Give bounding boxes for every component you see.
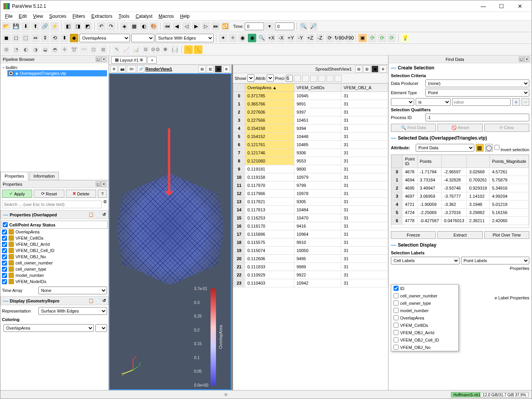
table-row[interactable]: 246953.49947-3.937460.9293185.34916 <box>392 184 529 192</box>
time-index-input[interactable] <box>275 22 294 30</box>
dropdown-checkbox[interactable] <box>394 315 399 320</box>
table-row[interactable]: 20.227606939731 <box>233 108 388 116</box>
table-row[interactable]: 70.121746930631 <box>233 149 388 157</box>
sel-pts-icon[interactable]: ✦ <box>219 34 227 42</box>
criteria-field-select[interactable] <box>391 98 414 106</box>
dropdown-checkbox[interactable] <box>394 323 399 328</box>
status-stop-icon[interactable]: ⊗ <box>224 392 228 397</box>
table-row[interactable]: 190.1150741005031 <box>233 247 388 255</box>
braces-icon[interactable]: {..} <box>171 45 179 54</box>
split-h-icon[interactable]: ▤ <box>199 66 206 73</box>
array-row[interactable]: cell_owner_type <box>1 266 108 272</box>
tab-information[interactable]: Information <box>29 172 59 180</box>
table-row[interactable]: 80.121060955331 <box>233 157 388 165</box>
visibility-icon[interactable] <box>8 71 14 76</box>
dropdown-item[interactable]: OverlapArea <box>391 314 458 321</box>
hist-icon[interactable]: 📊 <box>132 45 140 54</box>
close-view-icon[interactable]: ⊗ <box>380 66 387 73</box>
cell-labels-select[interactable]: Cell Labels <box>391 257 459 264</box>
glyph2-icon[interactable]: ✢ <box>60 45 69 54</box>
restore-icon[interactable]: ↺ <box>102 212 106 217</box>
save-state-icon[interactable]: ⬇ <box>21 22 30 31</box>
array-row[interactable]: VFEM_NodeIDs <box>1 278 108 285</box>
table-row[interactable]: 160.116170941631 <box>233 222 388 230</box>
array-row[interactable]: VFEM_OBJ_No <box>1 254 108 260</box>
invert-selection-checkbox[interactable] <box>494 143 499 151</box>
maximize-button[interactable]: ☐ <box>493 1 510 12</box>
arrays-all-checkbox[interactable] <box>3 222 8 227</box>
table-row[interactable]: 60.1217611048531 <box>233 141 388 149</box>
attribute-select[interactable] <box>267 74 274 82</box>
prev-frame-icon[interactable]: ◀ <box>173 22 181 31</box>
table-row[interactable]: 30.2275661045131 <box>233 116 388 124</box>
warp-icon[interactable]: 〰 <box>79 45 88 54</box>
representation-select[interactable]: Surface With Edges <box>155 34 214 42</box>
color-legend[interactable] <box>211 288 216 385</box>
rep-edges-icon[interactable]: ⬚ <box>21 34 30 42</box>
filter1-icon[interactable]: ◈ <box>120 22 129 31</box>
advanced-toggle-icon[interactable]: ⚙ <box>103 199 107 209</box>
collapse-icon[interactable]: — <box>3 298 8 304</box>
representation-field[interactable]: Surface With Edges <box>38 307 107 315</box>
next-frame-icon[interactable]: ▷ <box>202 22 210 31</box>
first-frame-icon[interactable]: ⏮ <box>163 22 171 31</box>
glyph-icon[interactable]: ◩ <box>83 22 92 31</box>
probe-icon[interactable]: ✎ <box>112 45 121 54</box>
criteria-op-select[interactable]: is <box>416 98 451 106</box>
table-row[interactable]: 140.1178131048431 <box>233 206 388 214</box>
point-labels-select[interactable]: Point Labels <box>461 257 530 264</box>
col-header[interactable]: Points_Magnitude <box>489 155 529 168</box>
load-state-icon[interactable]: ⬆ <box>31 22 40 31</box>
coloring-field[interactable]: OverlapArea <box>3 324 94 332</box>
dropdown-item[interactable]: model_number <box>391 307 458 314</box>
table-row[interactable]: 130.117821930531 <box>233 198 388 206</box>
max-view-icon[interactable]: ◼ <box>371 66 378 73</box>
close-view-icon[interactable]: ⊗ <box>223 66 230 73</box>
col-header[interactable]: Point ID <box>402 155 417 168</box>
save-icon[interactable]: 💾 <box>12 22 20 31</box>
render-view-canvas[interactable]: 3.7e-010.30.250.20.150.10.050.0e+00 Over… <box>109 73 231 390</box>
dropdown-checkbox[interactable] <box>394 330 399 335</box>
rotn90-icon[interactable]: ↺90 <box>345 34 353 42</box>
table-row[interactable]: 200.112606949531 <box>233 255 388 263</box>
refresh2-icon[interactable]: ⟳ <box>378 34 386 42</box>
array-checkbox[interactable] <box>2 254 7 259</box>
tab-properties[interactable]: Properties <box>0 172 28 180</box>
rep-solid-icon[interactable]: ◼ <box>2 34 10 42</box>
table-row[interactable]: 210.111833998931 <box>233 263 388 271</box>
array-checkbox[interactable] <box>2 267 7 272</box>
link-icon[interactable]: 🔗 <box>137 66 144 73</box>
help-button[interactable]: ? <box>98 190 107 198</box>
dropdown-item[interactable]: VFEM_OBJ_ArrId <box>391 329 458 336</box>
array-row[interactable]: VFEM_OBJ_ArrId <box>1 241 108 247</box>
dock-icon[interactable]: ◱ <box>96 57 101 62</box>
menu-sources[interactable]: Sources <box>46 13 69 20</box>
close-panel-icon[interactable]: ✕ <box>101 181 106 187</box>
col-header[interactable]: VFEM_CellIDs <box>294 84 341 92</box>
dropdown-checkbox[interactable] <box>394 286 399 291</box>
max-view-icon[interactable]: ◼ <box>215 66 222 73</box>
menu-macros[interactable]: Macros <box>155 13 177 20</box>
slice-icon[interactable]: ◑ <box>31 45 40 54</box>
col-header[interactable] <box>442 155 467 168</box>
refresh3-icon[interactable]: ⟳ <box>387 34 396 42</box>
table-row[interactable]: 50.1541521044831 <box>233 133 388 141</box>
time-array-select[interactable]: None <box>38 287 107 294</box>
axis-pz-icon[interactable]: +Z <box>306 34 314 42</box>
showing-select[interactable] <box>247 74 254 82</box>
plot-icon[interactable]: 📈 <box>122 45 131 54</box>
table-row[interactable]: 346973.06959-3.767771.141024.99204 <box>392 192 529 200</box>
menu-help[interactable]: Help <box>177 13 193 20</box>
sel-square-icon[interactable]: ▣ <box>358 34 367 42</box>
array-checkbox[interactable] <box>2 230 7 235</box>
element-type-select[interactable]: Point <box>425 89 529 97</box>
sel-block-icon[interactable]: ◉ <box>248 34 256 42</box>
paste-icon[interactable]: 📄 <box>95 298 101 303</box>
array-row[interactable]: VFEM_CellIDs <box>1 235 108 241</box>
rotate-icon[interactable]: ⟳ <box>325 34 334 42</box>
time-input[interactable] <box>245 22 264 30</box>
sci-notation-icon[interactable] <box>294 75 301 82</box>
criteria-value-input[interactable] <box>452 98 511 106</box>
paste-icon[interactable]: 📄 <box>95 212 101 217</box>
play-icon[interactable]: ▶ <box>192 22 200 31</box>
